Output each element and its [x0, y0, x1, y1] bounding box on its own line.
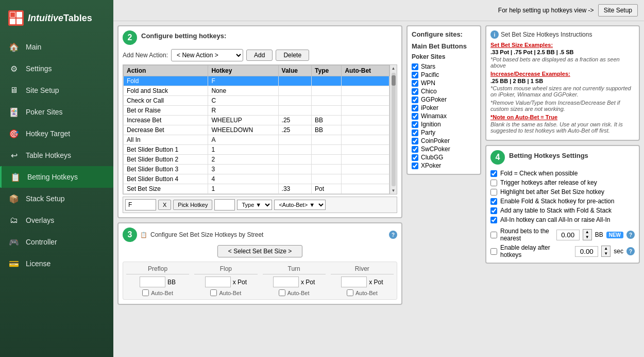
setting-checkbox[interactable] [490, 217, 497, 223]
sidebar-item-betting-hotkeys[interactable]: 📋 Betting Hotkeys [0, 166, 113, 188]
delay-spinner[interactable]: ▲ ▼ [601, 246, 611, 257]
sidebar-item-site-setup[interactable]: 🖥 Site Setup [0, 79, 113, 101]
autobet-select[interactable]: <Auto-Bet> ▼ [274, 200, 326, 210]
flop-value-input[interactable] [205, 277, 231, 287]
flop-autobet-row: Auto-Bet [210, 289, 241, 296]
turn-autobet-row: Auto-Bet [279, 289, 310, 296]
flop-unit: x Pot [233, 279, 247, 286]
river-value-input[interactable] [341, 277, 367, 287]
site-checkbox[interactable] [412, 121, 418, 128]
site-checkbox[interactable] [412, 113, 418, 120]
site-checkbox[interactable] [412, 146, 418, 153]
cards-icon: 🃏 [8, 106, 20, 118]
flop-autobet-checkbox[interactable] [210, 289, 217, 296]
sidebar-item-settings[interactable]: ⚙ Settings [0, 58, 113, 79]
round-bets-help-icon[interactable]: ? [626, 231, 635, 239]
site-checkbox[interactable] [412, 63, 418, 70]
set-bet-size-examples-link[interactable]: Set Bet Size Examples: [490, 42, 635, 48]
delete-button[interactable]: Delete [276, 50, 309, 61]
table-row[interactable]: Bet Slider Button 11 [124, 145, 397, 155]
site-checkbox[interactable] [412, 96, 418, 103]
configure-hotkeys-title: Configure betting hotkeys: [141, 32, 226, 40]
setting-checkbox[interactable] [490, 189, 497, 196]
flop-input-row: x Pot [205, 277, 247, 287]
value-input[interactable] [214, 199, 235, 210]
delay-spinner-down[interactable]: ▼ [602, 251, 610, 256]
site-setup-button[interactable]: Site Setup [598, 4, 638, 17]
delay-spinner-up[interactable]: ▲ [602, 246, 610, 251]
turn-autobet-checkbox[interactable] [279, 289, 285, 296]
table-row[interactable]: Set Bet Size1.33Pot [124, 184, 397, 194]
table-scrollbar[interactable]: ▲ ▼ [389, 65, 397, 194]
table-row[interactable]: Decrease BetWHEELDOWN.25BB [124, 125, 397, 135]
spinner-down[interactable]: ▼ [583, 235, 591, 240]
table-row[interactable]: FoldF [124, 76, 397, 86]
main-content: For help setting up hotkeys view -> Site… [113, 0, 644, 357]
table-row[interactable]: Bet Slider Button 22 [124, 155, 397, 165]
pick-hotkey-button[interactable]: Pick Hotkey [173, 200, 212, 210]
site-checkbox[interactable] [412, 138, 418, 144]
site-name: XPoker [421, 162, 441, 169]
sidebar-item-hotkey-target[interactable]: 🎯 Hotkey Target [0, 123, 113, 144]
sidebar-item-controller[interactable]: 🎮 Controller [0, 231, 113, 253]
delay-help-icon[interactable]: ? [626, 247, 635, 255]
round-bets-spinner[interactable]: ▲ ▼ [583, 229, 592, 240]
setting-checkbox[interactable] [490, 207, 497, 214]
table-row[interactable]: Bet Slider Button 44 [124, 174, 397, 184]
river-autobet-checkbox[interactable] [347, 289, 353, 296]
site-checkbox[interactable] [412, 105, 418, 111]
sidebar-item-table-hotkeys[interactable]: ↩ Table Hotkeys [0, 144, 113, 166]
site-checkbox[interactable] [412, 154, 418, 161]
autobet-note-link[interactable]: *Note on Auto-Bet = True [490, 114, 635, 120]
preflop-value-input[interactable] [140, 277, 165, 287]
table-row[interactable]: All InA [124, 135, 397, 145]
type-select[interactable]: Type ▼ [237, 200, 272, 210]
sidebar-item-main[interactable]: 🏠 Main [0, 36, 113, 58]
site-checkbox[interactable] [412, 129, 418, 136]
col-hotkey: Hotkey [208, 66, 278, 76]
turn-input-row: x Pot [273, 277, 315, 287]
list-item: Party [412, 128, 476, 137]
select-set-bet-size-button[interactable]: < Select Set Bet Size > [217, 245, 302, 257]
sidebar-item-overlays[interactable]: 🗂 Overlays [0, 209, 113, 231]
target-icon: 🎯 [8, 128, 20, 139]
setting-checkbox[interactable] [490, 180, 497, 186]
preflop-input-row: BB [140, 277, 176, 287]
table-row[interactable]: Check or CallC [124, 96, 397, 106]
sidebar-item-stack-setup[interactable]: 📦 Stack Setup [0, 188, 113, 209]
list-icon: 📋 [10, 171, 21, 183]
delay-input[interactable] [575, 246, 598, 257]
poker-sites-label: Poker Sites [412, 53, 476, 60]
round-bets-checkbox[interactable] [490, 232, 497, 238]
help-text: For help setting up hotkeys view -> [498, 7, 594, 14]
turn-value-input[interactable] [273, 277, 299, 287]
site-checkbox[interactable] [412, 72, 418, 78]
scroll-up-button[interactable]: ▲ [391, 65, 397, 72]
delay-checkbox[interactable] [490, 248, 497, 255]
sidebar-item-poker-sites[interactable]: 🃏 Poker Sites [0, 101, 113, 123]
sidebar-item-license[interactable]: 💳 License [0, 253, 113, 274]
setting-checkbox[interactable] [490, 198, 497, 205]
table-row[interactable]: Fold and StackNone [124, 86, 397, 96]
table-row[interactable]: Increase BetWHEELUP.25BB [124, 116, 397, 125]
preflop-autobet-label: Auto-Bet [151, 290, 173, 296]
spinner-up[interactable]: ▲ [583, 230, 591, 235]
clear-hotkey-button[interactable]: X [158, 200, 171, 210]
new-action-select[interactable]: < New Action > [171, 49, 243, 61]
table-row[interactable]: Bet Slider Button 33 [124, 165, 397, 174]
increase-examples-link[interactable]: Increase/Decrease Examples: [490, 71, 635, 77]
round-bets-input[interactable] [556, 230, 580, 240]
table-row[interactable]: Bet or RaiseR [124, 106, 397, 116]
hotkey-value-input[interactable] [125, 199, 156, 210]
site-checkbox[interactable] [412, 80, 418, 87]
add-button[interactable]: Add [246, 50, 273, 61]
list-item: ClubGG [412, 153, 476, 161]
street-help-icon[interactable]: ? [389, 231, 397, 239]
site-checkbox[interactable] [412, 88, 418, 95]
settings-box: 4 Betting Hotkeys Settings Fold = Check … [485, 145, 640, 264]
scroll-down-button[interactable]: ▼ [391, 187, 397, 194]
turn-unit: x Pot [301, 279, 315, 286]
site-checkbox[interactable] [412, 163, 418, 169]
setting-checkbox[interactable] [490, 170, 497, 177]
preflop-autobet-checkbox[interactable] [142, 289, 149, 296]
